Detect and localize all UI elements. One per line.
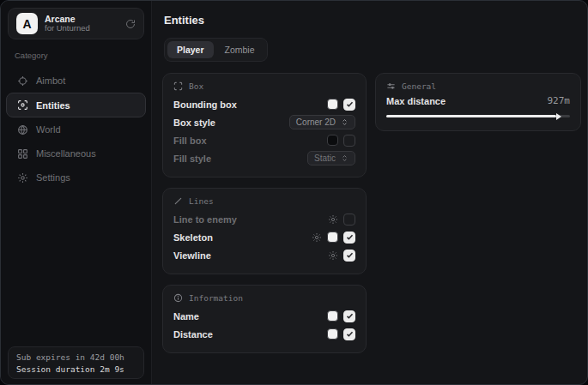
box-panel-header: Box	[173, 81, 355, 91]
line-settings-gear-icon[interactable]	[328, 214, 338, 225]
gear-icon	[17, 172, 28, 183]
tab-zombie[interactable]: Zombie	[215, 41, 264, 58]
name-checkbox[interactable]	[343, 310, 355, 322]
sidebar-item-entities[interactable]: Entities	[6, 93, 146, 117]
lines-panel-title: Lines	[189, 196, 214, 206]
sidebar-item-world[interactable]: World	[6, 117, 146, 141]
sliders-icon	[386, 81, 396, 91]
scan-icon	[17, 99, 28, 111]
fill-box-label: Fill box	[173, 135, 207, 146]
bounding-box-row: Bounding box	[173, 95, 355, 113]
bounding-box-checkbox[interactable]	[343, 99, 355, 111]
bounding-box-color-swatch[interactable]	[327, 99, 338, 110]
right-column: General Max distance 927m	[375, 73, 581, 131]
viewline-settings-gear-icon[interactable]	[328, 250, 338, 261]
general-panel-header: General	[386, 81, 570, 91]
skeleton-settings-gear-icon[interactable]	[312, 232, 322, 243]
name-label: Name	[173, 311, 199, 322]
name-color-swatch[interactable]	[327, 310, 338, 322]
distance-checkbox[interactable]	[343, 328, 355, 340]
general-panel: General Max distance 927m	[375, 73, 581, 131]
fill-style-dropdown[interactable]: Static	[307, 151, 355, 165]
sidebar-item-settings[interactable]: Settings	[6, 165, 146, 189]
session-duration-text: Session duration 2m 9s	[16, 364, 136, 376]
information-panel-title: Information	[189, 293, 243, 303]
skeleton-label: Skeleton	[173, 232, 213, 243]
bounding-box-label: Bounding box	[173, 99, 237, 110]
tab-bar: Player Zombie	[164, 38, 268, 62]
line-to-enemy-checkbox[interactable]	[343, 214, 355, 226]
line-icon	[173, 196, 183, 206]
max-distance-row: Max distance 927m	[386, 95, 570, 106]
sidebar-nav: Aimbot Entities World	[1, 69, 151, 189]
sidebar-item-label: Miscellaneous	[36, 148, 96, 159]
lines-panel-header: Lines	[173, 196, 355, 206]
sidebar-item-label: Aimbot	[36, 75, 65, 86]
app-window: A Arcane for Unturned Category Aimbot	[0, 0, 588, 385]
information-panel: Information Name Distance	[162, 285, 367, 353]
viewline-checkbox[interactable]	[343, 250, 355, 262]
sidebar: A Arcane for Unturned Category Aimbot	[1, 1, 152, 384]
fill-box-row: Fill box	[173, 131, 355, 149]
subscription-card: Sub expires in 42d 00h Session duration …	[8, 346, 144, 379]
grid-icon	[17, 148, 28, 159]
info-icon	[173, 293, 183, 303]
app-subtitle: for Unturned	[45, 24, 118, 33]
max-distance-label: Max distance	[386, 96, 446, 106]
sub-expires-text: Sub expires in 42d 00h	[16, 352, 136, 364]
left-column: Box Bounding box Box style	[162, 73, 367, 353]
slider-fill	[386, 115, 556, 117]
fill-style-row: Fill style Static	[173, 149, 355, 167]
max-distance-slider[interactable]	[386, 115, 570, 117]
tab-player[interactable]: Player	[167, 41, 214, 58]
fill-box-color-swatch[interactable]	[327, 135, 338, 146]
skeleton-color-swatch[interactable]	[327, 232, 338, 243]
skeleton-row: Skeleton	[173, 228, 355, 246]
unfold-icon	[341, 118, 349, 126]
sidebar-item-aimbot[interactable]: Aimbot	[6, 69, 146, 93]
name-row: Name	[173, 307, 355, 325]
box-panel: Box Bounding box Box style	[162, 73, 367, 177]
page-title: Entities	[164, 14, 581, 27]
lines-panel: Lines Line to enemy	[162, 188, 367, 274]
box-panel-title: Box	[189, 81, 203, 91]
sidebar-item-label: Settings	[36, 172, 70, 183]
crosshair-icon	[17, 75, 28, 87]
sidebar-item-miscellaneous[interactable]: Miscellaneous	[6, 141, 146, 165]
box-corners-icon	[173, 81, 183, 91]
box-style-dropdown[interactable]: Corner 2D	[289, 115, 355, 129]
globe-icon	[17, 124, 28, 135]
box-style-value: Corner 2D	[296, 117, 336, 127]
brand-card[interactable]: A Arcane for Unturned	[8, 8, 144, 39]
brand-text: Arcane for Unturned	[45, 14, 118, 33]
fill-style-value: Static	[314, 153, 336, 163]
sync-icon[interactable]	[125, 19, 136, 29]
information-panel-header: Information	[173, 293, 355, 303]
max-distance-value: 927m	[548, 95, 571, 106]
viewline-row: Viewline	[173, 246, 355, 264]
unfold-icon	[341, 154, 349, 162]
sidebar-item-label: Entities	[36, 100, 70, 111]
line-to-enemy-row: Line to enemy	[173, 210, 355, 228]
line-to-enemy-label: Line to enemy	[173, 214, 237, 225]
panel-columns: Box Bounding box Box style	[162, 73, 581, 353]
box-style-row: Box style Corner 2D	[173, 113, 355, 131]
distance-row: Distance	[173, 325, 355, 343]
app-logo: A	[16, 13, 38, 34]
main-content: Entities Player Zombie Box	[152, 1, 588, 384]
viewline-label: Viewline	[173, 250, 211, 261]
fill-style-label: Fill style	[173, 153, 211, 164]
distance-color-swatch[interactable]	[327, 328, 338, 340]
skeleton-checkbox[interactable]	[343, 232, 355, 244]
general-panel-title: General	[402, 81, 436, 91]
category-label: Category	[15, 51, 151, 60]
fill-box-checkbox[interactable]	[343, 135, 355, 147]
distance-label: Distance	[173, 329, 213, 340]
sidebar-item-label: World	[36, 124, 61, 135]
box-style-label: Box style	[173, 117, 215, 128]
